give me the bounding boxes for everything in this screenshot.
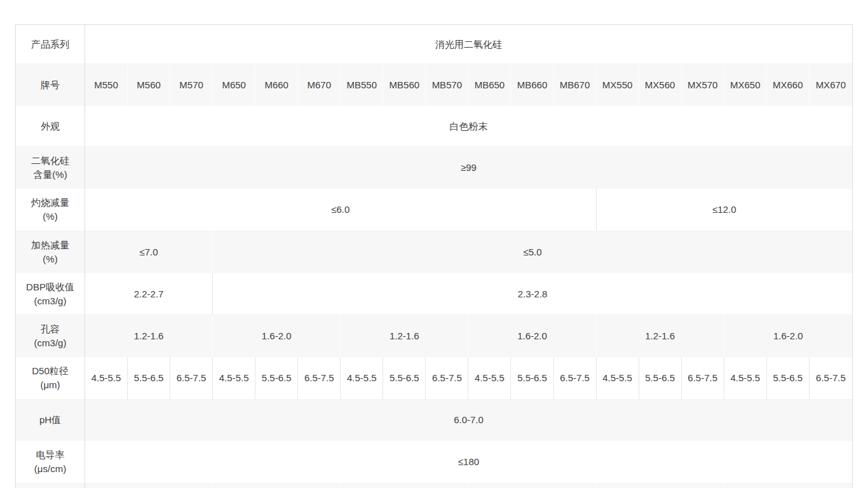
row-header-pore-volume: 孔容(cm3/g)	[16, 315, 85, 357]
table-row-d50-particle-size: D50粒径(μm)4.5-5.55.5-6.56.5-7.54.5-5.55.5…	[16, 357, 852, 400]
table-cell: 5.5-6.5	[383, 357, 426, 400]
row-header-product-series: 产品系列	[16, 25, 85, 64]
table-row-dbp-absorption: DBP吸收值(cm3/g)2.2-2.72.3-2.8	[16, 273, 852, 315]
table-cell	[724, 484, 852, 488]
table-cell: 6.5-7.5	[554, 357, 597, 400]
table-cell: ≤5.0	[213, 231, 852, 273]
table-cell: MB650	[468, 64, 511, 106]
table-cell: 1.2-1.6	[597, 315, 724, 357]
table-cell: MB550	[341, 64, 383, 106]
row-header-loss-on-heating: 加热减量(%)	[16, 231, 85, 273]
row-header-ph-value: pH值	[16, 400, 85, 441]
table-cell: 消光用二氧化硅	[85, 25, 852, 64]
table-cell: M550	[85, 64, 128, 106]
table-row-pore-volume: 孔容(cm3/g)1.2-1.61.6-2.01.2-1.61.6-2.01.2…	[16, 315, 852, 357]
table-cell: 6.5-7.5	[170, 357, 213, 400]
row-header-partial-bottom-row	[16, 484, 85, 488]
table-cell: 1.2-1.6	[341, 315, 468, 357]
product-spec-table: 产品系列消光用二氧化硅牌号M550M560M570M650M660M670MB5…	[15, 24, 853, 488]
table-cell: MX560	[639, 64, 682, 106]
table-cell: ≤6.0	[85, 189, 597, 231]
table-cell: M570	[170, 64, 213, 106]
table-cell	[468, 484, 596, 488]
table-cell	[341, 484, 468, 488]
table-cell: 5.5-6.5	[255, 357, 298, 400]
table-cell: 4.5-5.5	[213, 357, 255, 400]
table-cell: 5.5-6.5	[639, 357, 682, 400]
table-cell: ≤7.0	[85, 231, 213, 273]
row-header-conductivity: 电导率(μs/cm)	[16, 441, 85, 484]
table-cell: 5.5-6.5	[767, 357, 810, 400]
table-row-product-series: 产品系列消光用二氧化硅	[16, 25, 852, 64]
table-cell	[597, 484, 724, 488]
table-cell: 6.5-7.5	[298, 357, 341, 400]
table-cell: MB560	[383, 64, 426, 106]
table-cell: 1.6-2.0	[724, 315, 852, 357]
table-row-grade: 牌号M550M560M570M650M660M670MB550MB560MB57…	[16, 64, 852, 106]
table-cell: MX570	[682, 64, 724, 106]
table-row-ph-value: pH值6.0-7.0	[16, 400, 852, 441]
table-cell: 4.5-5.5	[597, 357, 639, 400]
table-cell: 5.5-6.5	[128, 357, 170, 400]
table-cell: M660	[255, 64, 298, 106]
table-row-silica-content: 二氧化硅含量(%)≥99	[16, 147, 852, 189]
row-header-grade: 牌号	[16, 64, 85, 106]
table-cell: 5.5-6.5	[511, 357, 553, 400]
table-cell: 4.5-5.5	[341, 357, 383, 400]
table-cell: MB570	[426, 64, 468, 106]
table-cell: 4.5-5.5	[85, 357, 128, 400]
row-header-loss-on-ignition: 灼烧减量(%)	[16, 189, 85, 231]
table-cell: ≥99	[85, 147, 852, 189]
table-cell: 6.5-7.5	[426, 357, 468, 400]
table-row-conductivity: 电导率(μs/cm)≤180	[16, 441, 852, 484]
table-row-loss-on-ignition: 灼烧减量(%)≤6.0≤12.0	[16, 189, 852, 231]
table-cell: ≤12.0	[597, 189, 852, 231]
table-cell: 4.5-5.5	[468, 357, 511, 400]
table-cell: M670	[298, 64, 341, 106]
table-cell: 6.5-7.5	[810, 357, 852, 400]
table-cell	[85, 484, 213, 488]
table-cell: M650	[213, 64, 255, 106]
table-cell	[213, 484, 341, 488]
table-cell: 1.2-1.6	[85, 315, 213, 357]
table-cell: 4.5-5.5	[724, 357, 767, 400]
table-cell: M560	[128, 64, 170, 106]
row-header-dbp-absorption: DBP吸收值(cm3/g)	[16, 273, 85, 315]
table-cell: ≤180	[85, 441, 852, 484]
table-cell: 6.0-7.0	[85, 400, 852, 441]
table-cell: MB660	[511, 64, 553, 106]
table-cell: 2.3-2.8	[213, 273, 852, 315]
table-cell: 1.6-2.0	[468, 315, 596, 357]
row-header-silica-content: 二氧化硅含量(%)	[16, 147, 85, 189]
table-cell: MX550	[597, 64, 639, 106]
table-cell: 白色粉末	[85, 106, 852, 147]
table-cell: MX660	[767, 64, 810, 106]
product-spec-table-container: 产品系列消光用二氧化硅牌号M550M560M570M650M660M670MB5…	[15, 24, 853, 488]
table-row-partial-bottom-row	[16, 484, 852, 488]
row-header-appearance: 外观	[16, 106, 85, 147]
table-cell: MB670	[554, 64, 597, 106]
table-cell: 2.2-2.7	[85, 273, 213, 315]
table-row-loss-on-heating: 加热减量(%)≤7.0≤5.0	[16, 231, 852, 273]
table-cell: 1.6-2.0	[213, 315, 341, 357]
table-row-appearance: 外观白色粉末	[16, 106, 852, 147]
table-cell: 6.5-7.5	[682, 357, 724, 400]
table-cell: MX650	[724, 64, 767, 106]
table-cell: MX670	[810, 64, 852, 106]
row-header-d50-particle-size: D50粒径(μm)	[16, 357, 85, 400]
